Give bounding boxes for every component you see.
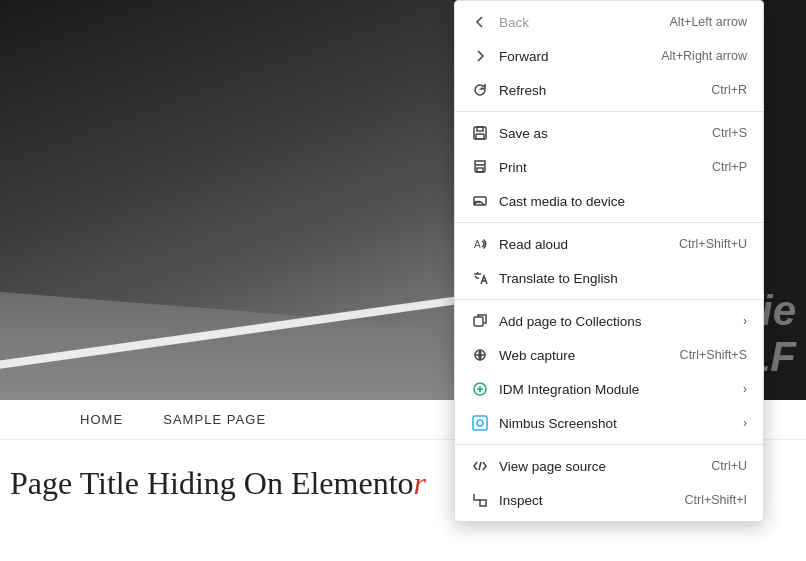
svg-rect-7 [474, 317, 483, 326]
menu-item-shortcut-save-as: Ctrl+S [712, 126, 747, 140]
svg-rect-1 [477, 127, 483, 131]
nimbus-icon [471, 414, 489, 432]
menu-item-add-collections[interactable]: Add page to Collections› [455, 304, 763, 338]
menu-item-label-web-capture: Web capture [499, 348, 670, 363]
read-aloud-icon: A [471, 235, 489, 253]
menu-item-label-translate: Translate to English [499, 271, 747, 286]
forward-icon [471, 47, 489, 65]
nav-item-sample-page[interactable]: SAMPLE PAGE [163, 412, 266, 427]
menu-item-shortcut-read-aloud: Ctrl+Shift+U [679, 237, 747, 251]
menu-item-inspect[interactable]: InspectCtrl+Shift+I [455, 483, 763, 517]
menu-item-label-save-as: Save as [499, 126, 702, 141]
submenu-arrow-icon-nimbus: › [743, 416, 747, 430]
menu-item-save-as[interactable]: Save asCtrl+S [455, 116, 763, 150]
menu-item-shortcut-refresh: Ctrl+R [711, 83, 747, 97]
svg-point-11 [477, 420, 483, 426]
menu-separator [455, 444, 763, 445]
refresh-icon [471, 81, 489, 99]
svg-rect-13 [480, 500, 486, 506]
menu-item-shortcut-view-source: Ctrl+U [711, 459, 747, 473]
submenu-arrow-icon-add-collections: › [743, 314, 747, 328]
collections-icon [471, 312, 489, 330]
menu-item-label-read-aloud: Read aloud [499, 237, 669, 252]
menu-item-shortcut-web-capture: Ctrl+Shift+S [680, 348, 747, 362]
title-red-accent: r [414, 465, 426, 501]
menu-item-label-idm: IDM Integration Module [499, 382, 729, 397]
svg-text:A: A [474, 239, 481, 250]
cast-icon [471, 192, 489, 210]
menu-item-label-inspect: Inspect [499, 493, 674, 508]
menu-item-web-capture[interactable]: Web captureCtrl+Shift+S [455, 338, 763, 372]
menu-item-label-refresh: Refresh [499, 83, 701, 98]
menu-item-shortcut-forward: Alt+Right arrow [661, 49, 747, 63]
context-menu: BackAlt+Left arrowForwardAlt+Right arrow… [454, 0, 764, 522]
menu-separator [455, 299, 763, 300]
menu-item-label-view-source: View page source [499, 459, 701, 474]
menu-item-translate[interactable]: Translate to English [455, 261, 763, 295]
back-icon [471, 13, 489, 31]
svg-rect-4 [477, 168, 483, 172]
page-title: Page Title Hiding On Elementor [0, 465, 500, 502]
menu-item-shortcut-back: Alt+Left arrow [670, 15, 747, 29]
road-image [0, 0, 454, 400]
menu-item-cast[interactable]: Cast media to device [455, 184, 763, 218]
menu-item-label-nimbus: Nimbus Screenshot [499, 416, 729, 431]
menu-item-forward[interactable]: ForwardAlt+Right arrow [455, 39, 763, 73]
menu-item-label-back: Back [499, 15, 660, 30]
menu-separator [455, 222, 763, 223]
svg-rect-2 [476, 134, 484, 139]
menu-item-label-add-collections: Add page to Collections [499, 314, 729, 329]
idm-icon [471, 380, 489, 398]
menu-item-idm[interactable]: IDM Integration Module› [455, 372, 763, 406]
menu-item-shortcut-print: Ctrl+P [712, 160, 747, 174]
svg-rect-10 [473, 416, 487, 430]
menu-item-label-cast: Cast media to device [499, 194, 747, 209]
menu-item-shortcut-inspect: Ctrl+Shift+I [684, 493, 747, 507]
nav-item-home[interactable]: HOME [80, 412, 123, 427]
road-line [0, 297, 454, 370]
menu-item-print[interactable]: PrintCtrl+P [455, 150, 763, 184]
print-icon [471, 158, 489, 176]
menu-item-label-forward: Forward [499, 49, 651, 64]
menu-item-refresh[interactable]: RefreshCtrl+R [455, 73, 763, 107]
save-as-icon [471, 124, 489, 142]
inspect-icon [471, 491, 489, 509]
menu-item-read-aloud[interactable]: ARead aloudCtrl+Shift+U [455, 227, 763, 261]
submenu-arrow-icon-idm: › [743, 382, 747, 396]
menu-item-nimbus[interactable]: Nimbus Screenshot› [455, 406, 763, 440]
menu-item-label-print: Print [499, 160, 702, 175]
svg-line-12 [479, 462, 481, 470]
web-capture-icon [471, 346, 489, 364]
source-icon [471, 457, 489, 475]
menu-separator [455, 111, 763, 112]
translate-icon [471, 269, 489, 287]
menu-item-back: BackAlt+Left arrow [455, 5, 763, 39]
menu-item-view-source[interactable]: View page sourceCtrl+U [455, 449, 763, 483]
